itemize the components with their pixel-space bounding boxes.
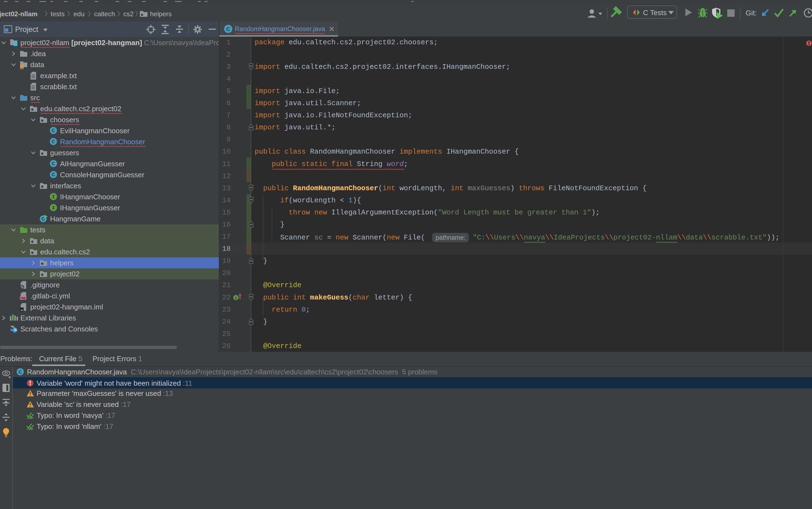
svg-text:YML: YML bbox=[20, 297, 27, 300]
svg-text:I: I bbox=[52, 194, 55, 200]
svg-text:C: C bbox=[52, 128, 55, 133]
svg-text:C: C bbox=[52, 161, 55, 166]
svg-text:C: C bbox=[52, 139, 55, 144]
svg-text:I: I bbox=[235, 296, 237, 300]
svg-text:I: I bbox=[52, 205, 55, 211]
svg-text:C: C bbox=[226, 26, 230, 32]
svg-text:C: C bbox=[19, 369, 22, 375]
svg-text:C: C bbox=[52, 172, 55, 177]
